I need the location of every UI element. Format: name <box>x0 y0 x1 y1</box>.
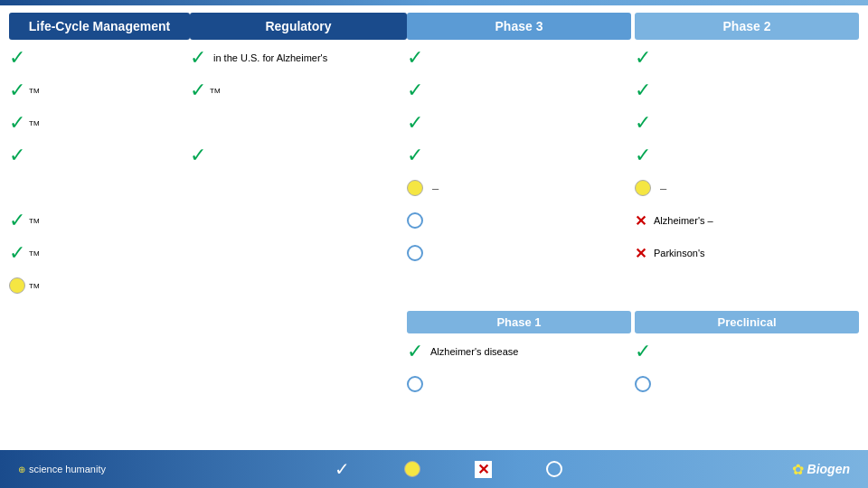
top-phases-grid: Phase 3 ✓ ✓ ✓ ✓ <box>407 13 859 302</box>
table-row <box>407 204 631 237</box>
check-icon: ✓ <box>190 48 206 68</box>
table-row: ✓ <box>635 42 859 74</box>
lifecycle-header: Life-Cycle Management <box>9 13 190 40</box>
table-row <box>190 237 407 269</box>
table-row: ✓ <box>635 139 859 172</box>
phases-area: Phase 3 ✓ ✓ ✓ ✓ <box>407 13 859 488</box>
circle-empty-icon <box>407 376 423 392</box>
phase2-column: Phase 2 ✓ ✓ ✓ ✓ <box>635 13 859 302</box>
legend-yellow-icon <box>404 461 420 477</box>
preclinical-header: Preclinical <box>635 311 859 333</box>
check-icon: ✓ <box>9 48 25 68</box>
table-row: ✓ <box>407 74 631 107</box>
phase3-header: Phase 3 <box>407 13 631 40</box>
trademark-label: TM <box>29 87 40 95</box>
check-icon: ✓ <box>407 342 423 361</box>
check-icon: ✓ <box>190 145 206 165</box>
table-row: ✕ Alzheimer's – <box>635 204 859 237</box>
alzheimers-label: Alzheimer's – <box>654 215 713 226</box>
trademark-label: TM <box>210 87 221 95</box>
dash-label: – <box>432 182 439 195</box>
circle-yellow-icon <box>407 180 423 196</box>
regulatory-rows: ✓ in the U.S. for Alzheimer's ✓ TM ✓ <box>190 42 407 302</box>
table-row <box>190 269 407 302</box>
check-icon: ✓ <box>9 243 25 263</box>
regulatory-header: Regulatory <box>190 13 407 40</box>
check-icon: ✓ <box>407 80 423 100</box>
table-row: ✓ <box>407 107 631 139</box>
bottom-phases-grid: Phase 1 ✓ Alzheimer's disease Preclinica… <box>407 311 859 400</box>
table-row: ✓ Alzheimer's disease <box>407 335 631 368</box>
circle-yellow-icon <box>9 277 25 294</box>
table-row <box>190 107 407 139</box>
legend-icons: ✓ ✕ <box>335 458 562 480</box>
logo-area: ⊕ science humanity <box>18 464 106 474</box>
check-icon: ✓ <box>407 48 423 68</box>
table-row: ✓ <box>407 42 631 74</box>
table-row: ✓ <box>635 74 859 107</box>
circle-empty-icon <box>407 245 423 261</box>
table-row: ✓ TM <box>190 74 407 107</box>
x-red-icon: ✕ <box>635 212 646 230</box>
table-row <box>635 269 859 302</box>
table-row: ✓ <box>190 139 407 172</box>
phase3-rows: ✓ ✓ ✓ ✓ – <box>407 42 631 302</box>
table-row <box>9 172 190 204</box>
trademark-label: TM <box>29 217 40 225</box>
biogen-label: Biogen <box>807 462 850 476</box>
preclinical-rows: ✓ <box>635 335 859 400</box>
check-icon: ✓ <box>9 80 25 100</box>
check-icon: ✓ <box>9 145 25 165</box>
phase2-header: Phase 2 <box>635 13 859 40</box>
circle-yellow-icon <box>635 180 651 196</box>
table-row: ✓ in the U.S. for Alzheimer's <box>190 42 407 74</box>
science-icon: ⊕ <box>18 465 25 474</box>
circle-empty-icon <box>407 212 423 229</box>
table-row: ✓ TM <box>9 204 190 237</box>
biogen-branding: ✿ Biogen <box>792 461 850 478</box>
legend-x-icon: ✕ <box>475 461 492 478</box>
legend-check-icon: ✓ <box>335 458 350 480</box>
table-row: ✓ TM <box>9 237 190 269</box>
trademark-label: TM <box>29 119 40 127</box>
table-row <box>190 204 407 237</box>
trademark-label: TM <box>29 282 40 290</box>
check-icon: ✓ <box>635 145 651 165</box>
check-icon: ✓ <box>407 113 423 133</box>
check-icon: ✓ <box>190 80 206 100</box>
table-row: ✓ <box>9 42 190 74</box>
table-row <box>635 368 859 400</box>
check-icon: ✓ <box>9 113 25 133</box>
check-icon: ✓ <box>9 211 25 230</box>
check-icon: ✓ <box>635 342 651 361</box>
content-area: Life-Cycle Management ✓ ✓ TM ✓ TM <box>0 5 868 488</box>
lifecycle-column: Life-Cycle Management ✓ ✓ TM ✓ TM <box>9 13 190 488</box>
bottom-bar: ⊕ science humanity ✓ ✕ ✿ Biogen <box>0 450 868 488</box>
dash-label: – <box>660 182 666 195</box>
table-row: TM <box>9 269 190 302</box>
x-red-icon: ✕ <box>635 245 646 262</box>
biogen-leaf-icon: ✿ <box>792 461 804 478</box>
cell-text: Alzheimer's disease <box>430 346 518 357</box>
lifecycle-rows: ✓ ✓ TM ✓ TM ✓ <box>9 42 190 302</box>
parkinsons-label: Parkinson's <box>654 248 705 258</box>
table-row: – <box>635 172 859 204</box>
preclinical-column: Preclinical ✓ <box>635 311 859 400</box>
phase2-rows: ✓ ✓ ✓ ✓ – <box>635 42 859 302</box>
table-row <box>407 368 631 400</box>
page-layout: Life-Cycle Management ✓ ✓ TM ✓ TM <box>0 0 868 488</box>
table-row: ✓ <box>9 139 190 172</box>
phase1-rows: ✓ Alzheimer's disease <box>407 335 631 400</box>
table-row: ✓ <box>635 335 859 368</box>
circle-empty-icon <box>635 376 651 392</box>
legend-empty-icon <box>546 461 562 477</box>
phase1-column: Phase 1 ✓ Alzheimer's disease <box>407 311 631 400</box>
phase1-header: Phase 1 <box>407 311 631 333</box>
table-row: – <box>407 172 631 204</box>
phase3-column: Phase 3 ✓ ✓ ✓ ✓ <box>407 13 631 302</box>
check-icon: ✓ <box>635 113 651 133</box>
table-row: ✓ TM <box>9 107 190 139</box>
trademark-label: TM <box>29 249 40 258</box>
table-row <box>407 269 631 302</box>
cell-text: in the U.S. for Alzheimer's <box>213 52 327 63</box>
